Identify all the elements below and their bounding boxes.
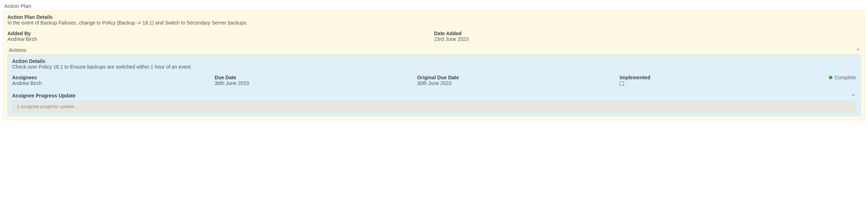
progress-update-label: Assignee Progress Update — [12, 93, 75, 98]
status-dot-icon — [829, 76, 832, 79]
date-added-value: 23rd June 2023 — [434, 36, 861, 42]
action-details-label: Action Details — [12, 58, 856, 64]
added-by-value: Andrew Birch — [7, 36, 434, 42]
page-title: Action Plan — [3, 3, 865, 9]
actions-section-label: Actions — [7, 47, 26, 53]
action-panel: Action Details Check over Policy 16.1 to… — [7, 54, 861, 116]
date-added-label: Date Added — [434, 31, 861, 36]
action-details-text: Check over Policy 16.1 to Ensure backups… — [12, 64, 856, 70]
chevron-down-icon[interactable] — [851, 92, 856, 98]
status-text: Complete — [835, 75, 856, 80]
due-date-label: Due Date — [215, 75, 417, 80]
assignees-value: Andrew Birch — [12, 80, 215, 86]
checkbox-empty-icon — [620, 81, 624, 86]
chevron-up-icon[interactable] — [856, 47, 861, 53]
implemented-label: Implemented — [620, 75, 772, 80]
plan-details-label: Action Plan Details — [7, 14, 861, 20]
implemented-checkbox[interactable] — [620, 80, 772, 87]
added-by-label: Added By — [7, 31, 434, 36]
orig-due-date-value: 30th June 2023 — [417, 80, 620, 86]
orig-due-date-label: Original Due Date — [417, 75, 620, 80]
plan-details-text: In the event of Backup Failures, change … — [7, 20, 861, 26]
progress-summary-box[interactable]: 1 assignee progress update... — [12, 101, 856, 112]
due-date-value: 30th June 2023 — [215, 80, 417, 86]
status-badge: Complete — [772, 75, 856, 80]
assignees-label: Assignees — [12, 75, 215, 80]
action-plan-panel: Action Plan Details In the event of Back… — [3, 10, 865, 120]
